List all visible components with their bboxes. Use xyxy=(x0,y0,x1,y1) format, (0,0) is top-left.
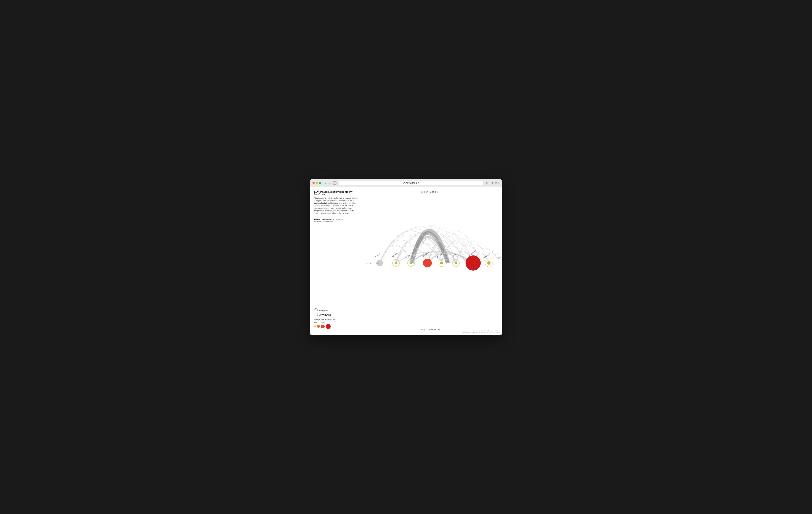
nav-sep1: | xyxy=(331,218,332,220)
node-hacking-inner xyxy=(395,262,398,264)
node-social-inner xyxy=(440,262,443,264)
freq-dot-3 xyxy=(321,325,325,328)
close-button[interactable] xyxy=(313,182,315,184)
freq-dot-4 xyxy=(326,324,331,329)
tab-button[interactable]: ⧉ xyxy=(495,181,497,185)
share-button[interactable]: ⬆ xyxy=(491,181,494,185)
maximize-button[interactable] xyxy=(319,182,321,184)
attributes-label: ATTRIBUTES xyxy=(319,314,331,316)
viz-area: LINKS TO ACTIONS LINKS TO ATTRIBUTES xyxy=(358,187,502,335)
minimize-button[interactable] xyxy=(316,182,318,184)
traffic-lights xyxy=(313,182,321,184)
plus-button[interactable]: + xyxy=(498,181,499,185)
nav-attack-graph[interactable]: ATTACK GRAPH 2016 xyxy=(314,218,331,220)
left-panel: DATA BREACH INVESTIGATIONS REPORT (DBIR)… xyxy=(314,191,358,226)
tab-icon xyxy=(333,181,337,185)
frequency-title: FREQUENCY IN INCIDENTS xyxy=(314,319,336,321)
node-physical-inner xyxy=(410,262,412,264)
credit-line2: Visualizations provided by LUST as part … xyxy=(462,332,500,333)
node-availability-inner xyxy=(487,262,491,265)
legend-actions: ACTIONS xyxy=(314,308,336,312)
freq-dot-1 xyxy=(314,325,316,327)
node-malware xyxy=(423,259,432,267)
footer-credit: Data provided by Verizon Enterprise Solu… xyxy=(462,330,500,333)
freq-dot-2 xyxy=(317,325,320,328)
frequency-dots xyxy=(314,324,336,329)
label-confidentiality: CONFIDENTIALITY xyxy=(498,249,502,260)
reload-button[interactable]: ↻ xyxy=(486,181,488,185)
forward-button[interactable]: › xyxy=(328,181,331,185)
actions-icon xyxy=(314,308,318,312)
legend: ACTIONS ATTRIBUTES FREQUENCY IN INCIDENT… xyxy=(314,308,336,329)
browser-chrome: ‹ › vz-risk.github.io ↻ ⬆ ⧉ + xyxy=(310,179,502,187)
nav-comparison[interactable]: COMPARISON 2015-2016 xyxy=(314,221,333,223)
report-title: DATA BREACH INVESTIGATIONS REPORT (DBIR)… xyxy=(314,191,358,196)
frequency-labels: LOW HIGH xyxy=(314,321,336,323)
label-hacking: HACKING xyxy=(390,252,398,259)
attributes-icon xyxy=(314,313,318,317)
report-description: Attack graphs provide the perfect tool t… xyxy=(314,197,358,215)
high-label: HIGH xyxy=(321,321,325,323)
label-start: START xyxy=(375,253,381,258)
back-button[interactable]: ‹ xyxy=(324,181,327,185)
nav-all-nodes[interactable]: ALL NODES xyxy=(333,218,342,220)
low-label: LOW xyxy=(314,321,318,323)
frequency-section: FREQUENCY IN INCIDENTS LOW HIGH xyxy=(314,319,336,329)
legend-attributes: ATTRIBUTES xyxy=(314,313,336,317)
page-content: DATA BREACH INVESTIGATIONS REPORT (DBIR)… xyxy=(310,187,502,335)
nav-links: ATTACK GRAPH 2016 | ALL NODES | COMPARIS… xyxy=(314,218,358,223)
node-integrity xyxy=(466,255,481,271)
address-bar[interactable]: vz-risk.github.io xyxy=(339,181,483,185)
nav-sep2: | xyxy=(343,218,343,220)
credit-line1: Data provided by Verizon Enterprise Solu… xyxy=(462,330,500,332)
node-misuse-inner xyxy=(455,262,457,264)
attack-graph-svg: START HACKING PHYSICAL MALWARE SOCIAL MI… xyxy=(358,187,502,335)
actions-label: ACTIONS xyxy=(319,309,328,311)
browser-window: ‹ › vz-risk.github.io ↻ ⬆ ⧉ + DATA BREAC… xyxy=(310,179,502,335)
browser-tools: ⬆ ⧉ + xyxy=(491,181,499,185)
